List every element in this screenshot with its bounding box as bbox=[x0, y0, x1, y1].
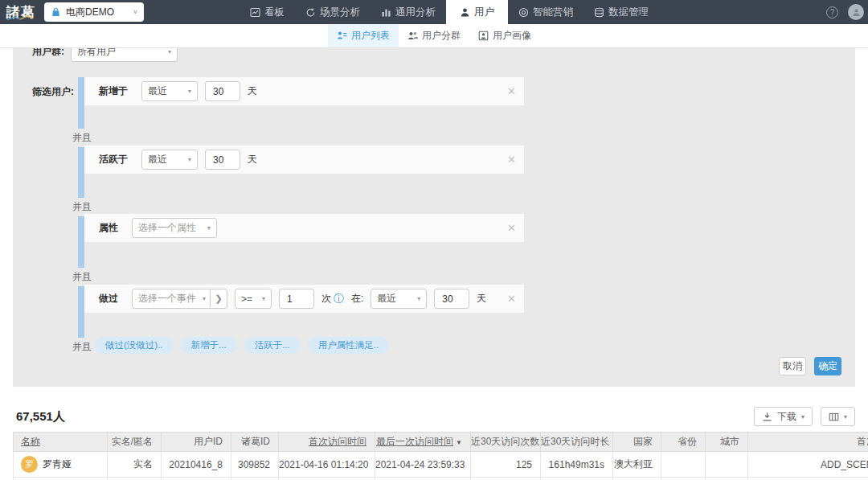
col-header-first-scene: 首次 bbox=[748, 433, 868, 452]
chevron-down-icon: ▾ bbox=[256, 295, 265, 302]
col-header-province: 省份 bbox=[661, 433, 706, 452]
days-input[interactable] bbox=[205, 150, 240, 170]
download-icon bbox=[762, 412, 772, 422]
and-label: 并且 bbox=[71, 129, 96, 147]
cell-realname: 实名 bbox=[108, 452, 162, 478]
logo-chart-decoration bbox=[6, 15, 34, 21]
columns-button[interactable]: ▾ bbox=[821, 407, 855, 426]
cell-country: 澳大利亚 bbox=[613, 452, 661, 478]
unit-label: 天 bbox=[248, 84, 257, 98]
range-select[interactable]: 最近 ▾ bbox=[141, 81, 198, 101]
user-avatar: 罗 bbox=[21, 456, 38, 473]
info-icon[interactable]: ⓘ bbox=[334, 293, 344, 304]
zhuge-logo: 諸葛 bbox=[6, 6, 35, 19]
nav-item-general-analysis[interactable]: 通用分析 bbox=[371, 0, 446, 24]
scene-analysis-icon bbox=[305, 7, 316, 18]
top-nav-right: ? bbox=[826, 4, 864, 20]
confirm-button[interactable]: 确定 bbox=[814, 357, 841, 375]
nav-item-smart-marketing[interactable]: 智能营销 bbox=[508, 0, 583, 24]
user-group-icon bbox=[407, 31, 418, 41]
panel-actions: 取消 确定 bbox=[779, 357, 841, 375]
tab-user-list[interactable]: 用户列表 bbox=[328, 24, 399, 47]
chevron-down-icon: ▾ bbox=[162, 48, 171, 55]
add-new-within-button[interactable]: 新增于... bbox=[181, 337, 237, 354]
days-input[interactable] bbox=[205, 81, 240, 101]
close-icon[interactable]: ✕ bbox=[507, 86, 516, 96]
chevron-down-icon: ▾ bbox=[182, 156, 191, 163]
col-header-realname: 实名/匿名 bbox=[108, 433, 162, 452]
chevron-down-icon: ▾ bbox=[182, 88, 191, 95]
avatar[interactable] bbox=[848, 4, 864, 20]
chevron-down-icon: ▾ bbox=[411, 295, 420, 302]
col-header-country: 国家 bbox=[613, 433, 661, 452]
count-unit-label: 次 bbox=[321, 292, 331, 306]
data-management-icon bbox=[594, 7, 604, 18]
event-select[interactable]: 选择一个事件 ▾ bbox=[132, 289, 211, 309]
filter-row-label: 属性 bbox=[99, 221, 118, 235]
cell-first-scene: ADD_SCENE bbox=[748, 452, 868, 478]
filter-row-label: 做过 bbox=[99, 292, 118, 306]
table-row-partial bbox=[14, 478, 868, 480]
filter-panel: 用户群: 所有用户 ▾ 筛选用户: 新增于 最近 ▾ 天 ✕ 并且 活跃于 最近… bbox=[13, 48, 855, 387]
user-list-icon bbox=[337, 31, 347, 41]
operator-select[interactable]: >= ▾ bbox=[235, 289, 272, 309]
filter-users-label: 筛选用户: bbox=[32, 85, 74, 99]
in-label: 在: bbox=[351, 292, 363, 306]
nav-item-data-management[interactable]: 数据管理 bbox=[583, 0, 659, 24]
top-nav: 諸葛 电商DEMO ˅ 看板 场景分析 bbox=[0, 0, 868, 24]
close-icon[interactable]: ✕ bbox=[507, 293, 516, 304]
nav-item-dashboard[interactable]: 看板 bbox=[240, 0, 295, 24]
nav-item-scene-analysis[interactable]: 场景分析 bbox=[295, 0, 371, 24]
add-filter-pills: 做过(没做过).. 新增于... 活跃于... 用户属性满足.. bbox=[95, 337, 389, 354]
add-did-event-button[interactable]: 做过(没做过).. bbox=[95, 337, 174, 354]
cell-last-visit: 2021-04-24 23:59:33 bbox=[375, 452, 471, 478]
col-header-last-visit[interactable]: 最后一次访问时间▼ bbox=[375, 433, 471, 452]
expand-event-button[interactable]: ❯ bbox=[210, 289, 227, 309]
user-table: 名称 实名/匿名 用户ID 诸葛ID 首次访问时间 最后一次访问时间▼ 近30天… bbox=[13, 432, 868, 480]
and-label: 并且 bbox=[71, 268, 96, 286]
cell-first-visit: 2021-04-16 01:14:20 bbox=[279, 452, 375, 478]
filter-row-label: 新增于 bbox=[99, 84, 128, 98]
filter-row-attribute: 属性 选择一个属性 ▾ ✕ bbox=[84, 214, 524, 242]
cell-province bbox=[661, 452, 706, 478]
chevron-down-icon: ˅ bbox=[133, 8, 137, 16]
chevron-down-icon: ▾ bbox=[844, 413, 847, 421]
count-input[interactable] bbox=[279, 289, 314, 309]
download-button[interactable]: 下载 ▾ bbox=[754, 407, 813, 426]
filter-row-active-within: 活跃于 最近 ▾ 天 ✕ bbox=[84, 146, 524, 174]
tab-user-segments[interactable]: 用户分群 bbox=[399, 24, 469, 47]
range-select[interactable]: 最近 ▾ bbox=[141, 150, 198, 170]
and-label: 并且 bbox=[71, 338, 96, 356]
col-header-visits-30d: 近30天访问次数 bbox=[471, 433, 541, 452]
close-icon[interactable]: ✕ bbox=[507, 154, 516, 165]
table-header-row: 名称 实名/匿名 用户ID 诸葛ID 首次访问时间 最后一次访问时间▼ 近30天… bbox=[14, 433, 868, 452]
user-name-cell[interactable]: 罗 罗青娅 bbox=[21, 456, 107, 473]
attribute-select[interactable]: 选择一个属性 ▾ bbox=[132, 218, 217, 238]
chevron-down-icon: ▾ bbox=[196, 295, 206, 302]
user-name: 罗青娅 bbox=[43, 457, 72, 471]
add-attribute-button[interactable]: 用户属性满足.. bbox=[308, 337, 389, 354]
cell-zhugeid: 309852 bbox=[231, 452, 279, 478]
columns-icon bbox=[829, 412, 839, 422]
col-header-first-visit[interactable]: 首次访问时间 bbox=[279, 433, 375, 452]
nav-item-users[interactable]: 用户 bbox=[446, 0, 508, 24]
result-count: 67,551人 bbox=[16, 409, 65, 425]
add-active-within-button[interactable]: 活跃于... bbox=[244, 337, 301, 354]
range-select[interactable]: 最近 ▾ bbox=[371, 289, 427, 309]
filter-row-label: 活跃于 bbox=[99, 153, 128, 166]
tab-user-portrait[interactable]: 用户画像 bbox=[469, 24, 540, 47]
project-selector[interactable]: 电商DEMO ˅ bbox=[44, 2, 144, 22]
cancel-button[interactable]: 取消 bbox=[779, 357, 806, 375]
unit-label: 天 bbox=[477, 292, 486, 306]
help-icon[interactable]: ? bbox=[826, 6, 838, 18]
user-portrait-icon bbox=[478, 31, 489, 41]
close-icon[interactable]: ✕ bbox=[507, 223, 516, 233]
kanban-icon bbox=[250, 7, 260, 18]
days-input[interactable] bbox=[434, 289, 469, 309]
project-name: 电商DEMO bbox=[66, 6, 114, 19]
cell-city bbox=[706, 452, 748, 478]
col-header-name[interactable]: 名称 bbox=[14, 433, 108, 452]
user-icon bbox=[460, 7, 470, 18]
col-header-duration-30d: 近30天访问时长 bbox=[541, 433, 613, 452]
general-analysis-icon bbox=[381, 7, 391, 18]
